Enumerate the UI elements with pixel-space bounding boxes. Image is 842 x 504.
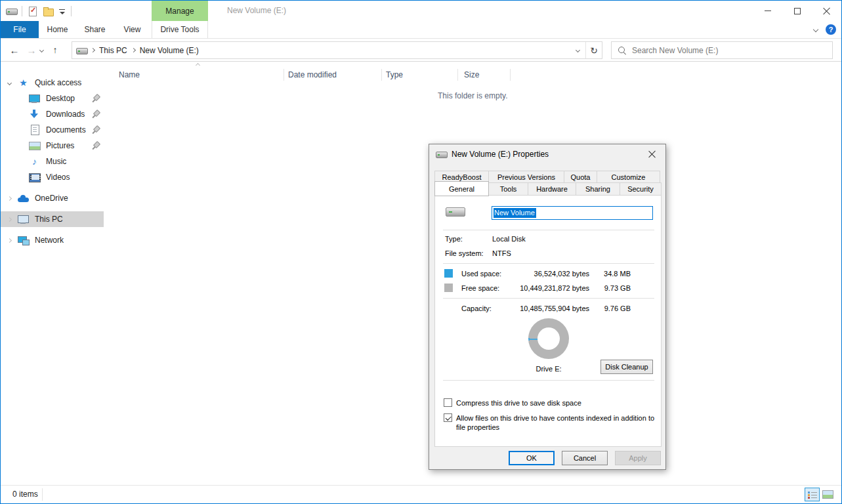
cancel-button[interactable]: Cancel [562, 451, 608, 465]
compress-checkbox[interactable] [444, 398, 452, 407]
ok-button[interactable]: OK [509, 451, 555, 465]
ribbon-tab-row: File Home Share View Drive Tools ? [1, 21, 841, 39]
new-folder-qat-icon[interactable] [43, 6, 54, 16]
back-button[interactable]: ← [6, 45, 23, 56]
tab-general[interactable]: General [434, 181, 489, 196]
refresh-icon[interactable]: ↻ [586, 42, 602, 58]
tab-sharing[interactable]: Sharing [576, 182, 620, 196]
address-dropdown-chevron-icon[interactable] [570, 42, 585, 58]
tab-home[interactable]: Home [39, 21, 76, 38]
tab-file[interactable]: File [1, 21, 39, 38]
thumbnails-view-button[interactable] [820, 488, 835, 501]
tab-tools[interactable]: Tools [488, 182, 528, 196]
used-space-label: Used space: [461, 270, 501, 278]
index-checkbox[interactable] [444, 413, 452, 422]
column-header-size[interactable]: Size [458, 66, 511, 84]
sidebar-item-pictures[interactable]: Pictures [1, 138, 106, 154]
dialog-close-button[interactable] [639, 144, 665, 164]
capacity-size: 9.76 GB [593, 304, 631, 312]
collapsed-chevron-icon[interactable] [7, 238, 11, 242]
tab-previous-versions[interactable]: Previous Versions [488, 171, 564, 183]
properties-qat-icon[interactable]: ✓ [27, 6, 38, 16]
breadcrumb-drive-icon [76, 45, 87, 56]
dialog-drive-icon [436, 149, 447, 159]
collapse-ribbon-chevron-icon[interactable] [813, 27, 818, 32]
divider [443, 298, 654, 299]
tab-share[interactable]: Share [76, 21, 114, 38]
tab-security[interactable]: Security [620, 182, 662, 196]
collapsed-chevron-icon[interactable] [7, 217, 11, 221]
tab-drive-tools[interactable]: Drive Tools [152, 21, 208, 38]
search-icon [618, 47, 626, 54]
status-bar: 0 items [1, 485, 841, 503]
address-bar[interactable]: This PC New Volume (E:) ↻ [72, 41, 602, 59]
sidebar-item-network[interactable]: Network [1, 232, 106, 248]
search-input[interactable]: Search New Volume (E:) [611, 41, 833, 59]
videos-icon [29, 172, 40, 182]
column-header-type[interactable]: Type [382, 66, 458, 84]
expand-chevron-icon[interactable] [7, 80, 11, 85]
sidebar-item-onedrive[interactable]: OneDrive [1, 190, 106, 206]
tab-hardware[interactable]: Hardware [528, 182, 576, 196]
up-button[interactable]: ↑ [47, 45, 63, 55]
column-headers: Name Date modified Type Size [106, 66, 511, 84]
pin-icon [92, 126, 100, 134]
dialog-button-row: OK Cancel Apply [429, 446, 665, 469]
pictures-icon [29, 140, 40, 151]
capacity-bytes: 10,485,755,904 bytes [501, 304, 589, 312]
disk-cleanup-button[interactable]: Disk Cleanup [600, 360, 653, 374]
status-separator [42, 488, 43, 501]
details-view-button[interactable] [805, 488, 820, 501]
tab-quota[interactable]: Quota [564, 171, 597, 183]
tab-customize[interactable]: Customize [597, 171, 660, 183]
customize-qat-chevron-icon[interactable] [58, 7, 66, 15]
drive-caption: Drive E: [528, 365, 569, 373]
sidebar-item-downloads[interactable]: Downloads [1, 106, 106, 122]
maximize-icon [794, 8, 801, 14]
sort-ascending-icon [196, 63, 200, 68]
minimize-icon [765, 10, 771, 11]
sidebar-item-desktop[interactable]: Desktop [1, 91, 106, 106]
sidebar-item-this-pc[interactable]: This PC [1, 211, 104, 227]
divider [443, 380, 654, 381]
pin-icon [92, 94, 100, 102]
index-checkbox-label[interactable]: Allow files on this drive to have conten… [456, 413, 656, 432]
sidebar-item-music[interactable]: ♪ Music [1, 154, 106, 169]
documents-icon [29, 125, 40, 135]
this-pc-icon [18, 214, 29, 224]
quick-access-toolbar: ✓ [6, 1, 72, 21]
filesystem-value: NTFS [492, 249, 511, 257]
type-value: Local Disk [492, 235, 526, 243]
recent-locations-chevron-icon[interactable] [39, 47, 44, 52]
quick-access-star-icon: ★ [18, 77, 29, 88]
desktop-icon [29, 93, 40, 104]
view-toggles [805, 488, 835, 501]
divider [443, 230, 654, 230]
breadcrumb-this-pc[interactable]: This PC [95, 46, 132, 55]
volume-label-input[interactable]: New Volume [492, 206, 653, 220]
free-space-size: 9.73 GB [593, 284, 631, 292]
free-space-bytes: 10,449,231,872 bytes [501, 284, 589, 292]
help-icon[interactable]: ? [826, 24, 836, 35]
apply-button: Apply [615, 451, 661, 465]
column-header-name[interactable]: Name [106, 66, 284, 84]
music-note-icon: ♪ [29, 156, 40, 167]
collapsed-chevron-icon[interactable] [7, 196, 11, 200]
close-button[interactable] [812, 1, 841, 21]
tab-view[interactable]: View [114, 21, 151, 38]
sidebar-item-videos[interactable]: Videos [1, 169, 106, 185]
empty-folder-message: This folder is empty. [438, 91, 507, 100]
ribbon-right-controls: ? [814, 21, 836, 38]
free-space-label: Free space: [461, 284, 499, 292]
dialog-title: New Volume (E:) Properties [452, 150, 549, 159]
sidebar-item-quick-access[interactable]: ★ Quick access [1, 75, 106, 91]
minimize-button[interactable] [753, 1, 782, 21]
column-header-date-modified[interactable]: Date modified [284, 66, 382, 84]
manage-contextual-header[interactable]: Manage [152, 1, 208, 21]
forward-button[interactable]: → [23, 45, 40, 56]
dialog-tab-strip: ReadyBoost Previous Versions Quota Custo… [434, 171, 662, 196]
compress-checkbox-label[interactable]: Compress this drive to save disk space [456, 398, 581, 408]
breadcrumb-current[interactable]: New Volume (E:) [135, 46, 203, 55]
maximize-button[interactable] [782, 1, 812, 21]
sidebar-item-documents[interactable]: Documents [1, 122, 106, 138]
